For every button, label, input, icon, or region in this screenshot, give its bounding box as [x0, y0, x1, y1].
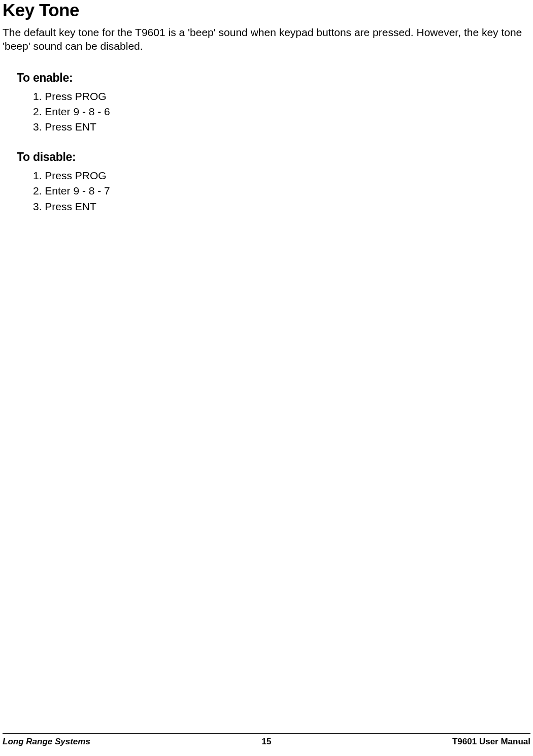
page-title: Key Tone	[3, 0, 530, 20]
footer-manual-name: T9601 User Manual	[452, 737, 530, 747]
enable-step-2: 2. Enter 9 - 8 - 6	[33, 104, 530, 119]
disable-heading: To disable:	[17, 150, 530, 164]
disable-step-1: 1. Press PROG	[33, 168, 530, 183]
disable-section: To disable: 1. Press PROG 2. Enter 9 - 8…	[17, 150, 530, 214]
footer-company: Long Range Systems	[3, 737, 90, 747]
footer-page-number: 15	[262, 737, 272, 747]
disable-step-2: 2. Enter 9 - 8 - 7	[33, 183, 530, 199]
enable-section: To enable: 1. Press PROG 2. Enter 9 - 8 …	[17, 71, 530, 135]
intro-text: The default key tone for the T9601 is a …	[3, 25, 530, 53]
page-footer: Long Range Systems 15 T9601 User Manual	[0, 733, 533, 747]
enable-step-3: 3. Press ENT	[33, 119, 530, 135]
enable-step-1: 1. Press PROG	[33, 89, 530, 104]
enable-heading: To enable:	[17, 71, 530, 85]
disable-step-3: 3. Press ENT	[33, 199, 530, 214]
